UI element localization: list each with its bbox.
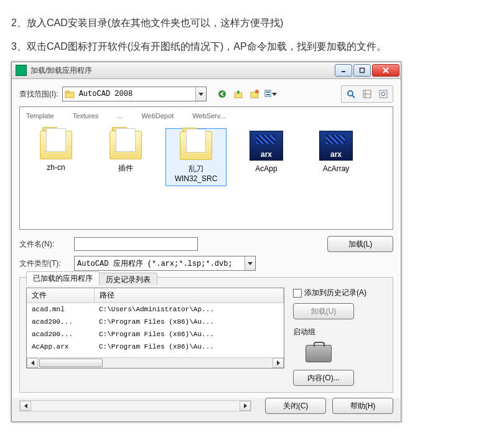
- file-item-luan-dao[interactable]: 乱刀WIN32_SRC: [166, 128, 226, 186]
- titlebar[interactable]: 加载/卸载应用程序: [12, 62, 401, 79]
- startup-group-label: 启动组: [293, 327, 315, 337]
- load-unload-dialog: 加载/卸载应用程序 查找范围(I): AutoCAD 2008: [11, 62, 401, 422]
- svg-rect-5: [65, 91, 69, 93]
- item-label: 乱刀WIN32_SRC: [167, 164, 225, 183]
- checkbox-icon: [293, 289, 302, 298]
- view-menu-icon[interactable]: [264, 87, 278, 101]
- svg-point-6: [218, 90, 226, 98]
- truncated-header-row: Template Textures ... WebDepot WebServ..…: [26, 112, 386, 120]
- svg-point-13: [348, 91, 353, 96]
- contents-button[interactable]: 内容(O)...: [293, 370, 354, 386]
- scroll-thumb[interactable]: [39, 359, 103, 367]
- folder-icon: [180, 131, 212, 160]
- filename-input[interactable]: [74, 237, 198, 251]
- footer-scrollbar[interactable]: [19, 400, 251, 411]
- svg-line-14: [352, 95, 355, 98]
- scroll-left-button[interactable]: [27, 358, 38, 368]
- close-button[interactable]: 关闭(C): [265, 398, 326, 414]
- scroll-right-button[interactable]: [273, 358, 284, 368]
- svg-point-9: [255, 90, 259, 93]
- filetype-combo[interactable]: AutoCAD 应用程序 (*.arx;*.lsp;*.dvb;: [74, 256, 256, 271]
- item-label: AcApp: [238, 164, 295, 173]
- file-item-acarray[interactable]: arx AcArray: [306, 128, 366, 176]
- svg-rect-10: [265, 90, 271, 96]
- tab-history[interactable]: 历史记录列表: [99, 273, 157, 285]
- filetype-label: 文件类型(T):: [19, 258, 64, 269]
- new-folder-icon[interactable]: [248, 87, 261, 101]
- item-label: zh-cn: [27, 163, 85, 172]
- chevron-down-icon[interactable]: [195, 87, 206, 101]
- loaded-apps-group: 已加载的应用程序 历史记录列表 文件 路径 acad.mnlC:\Users\A…: [19, 277, 393, 393]
- item-label: 插件: [97, 163, 154, 174]
- folder-icon: [110, 131, 142, 159]
- svg-rect-18: [380, 90, 387, 98]
- close-window-button[interactable]: [372, 64, 399, 77]
- svg-rect-12: [266, 94, 270, 95]
- up-one-level-icon[interactable]: [231, 87, 245, 101]
- list-row[interactable]: acad200...C:\Program Files (x86)\Au...: [27, 328, 284, 341]
- load-button[interactable]: 加载(L): [327, 236, 393, 252]
- tab-loaded-apps[interactable]: 已加载的应用程序: [26, 271, 100, 285]
- file-item-plugins[interactable]: 插件: [96, 128, 156, 176]
- file-item-acapp[interactable]: arx AcApp: [236, 128, 296, 176]
- arx-icon: arx: [319, 131, 353, 161]
- arx-icon: arx: [250, 131, 283, 161]
- preview-icon[interactable]: [376, 87, 390, 101]
- chevron-down-icon[interactable]: [245, 256, 255, 270]
- list-row[interactable]: acad200...C:\Program Files (x86)\Au...: [27, 316, 284, 328]
- lookin-combo[interactable]: AutoCAD 2008: [62, 87, 207, 101]
- lookin-label: 查找范围(I):: [19, 89, 58, 100]
- col-header-file[interactable]: 文件: [27, 288, 95, 303]
- svg-rect-11: [266, 92, 270, 93]
- loaded-apps-list[interactable]: 文件 路径 acad.mnlC:\Users\Administrator\Ap.…: [26, 288, 284, 369]
- scroll-left-button[interactable]: [20, 401, 31, 411]
- file-list-area[interactable]: Template Textures ... WebDepot WebServ..…: [19, 106, 393, 230]
- minimize-button[interactable]: [335, 64, 352, 77]
- app-icon: [16, 65, 27, 76]
- col-header-path[interactable]: 路径: [95, 288, 284, 303]
- tools-icon[interactable]: [360, 87, 374, 101]
- maximize-button[interactable]: [353, 64, 371, 77]
- scroll-right-button[interactable]: [240, 401, 251, 411]
- lookin-value: AutoCAD 2008: [77, 90, 195, 98]
- folder-icon: [40, 131, 72, 159]
- add-to-history-checkbox[interactable]: 添加到历史记录(A): [293, 288, 366, 298]
- folder-icon: [64, 88, 75, 100]
- briefcase-icon: [306, 345, 332, 362]
- dialog-title: 加载/卸载应用程序: [30, 65, 334, 76]
- file-item-zh-cn[interactable]: zh-cn: [26, 128, 86, 174]
- item-label: AcArray: [307, 164, 365, 173]
- instruction-3: 3、双击CAD图标打开软件(没有开图纸的情况下)，AP命令加载，找到要加载的文件…: [11, 39, 493, 55]
- instruction-2: 2、放入CAD安装目录(放在其他文件夹也可以，这样方便寻找): [11, 15, 493, 31]
- list-row[interactable]: AcApp.arxC:\Program Files (x86)\Au...: [27, 341, 284, 353]
- unload-button[interactable]: 卸载(U): [293, 303, 354, 319]
- list-row[interactable]: acad.mnlC:\Users\Administrator\Ap...: [27, 303, 284, 316]
- svg-point-19: [381, 92, 385, 96]
- help-button[interactable]: 帮助(H): [332, 398, 393, 414]
- filename-label: 文件名(N):: [19, 239, 64, 250]
- find-file-icon[interactable]: [344, 87, 358, 101]
- back-icon[interactable]: [215, 87, 229, 101]
- svg-rect-1: [360, 68, 365, 73]
- add-to-history-label: 添加到历史记录(A): [304, 288, 366, 298]
- horizontal-scrollbar[interactable]: [27, 357, 284, 368]
- filetype-value: AutoCAD 应用程序 (*.arx;*.lsp;*.dvb;: [75, 258, 245, 269]
